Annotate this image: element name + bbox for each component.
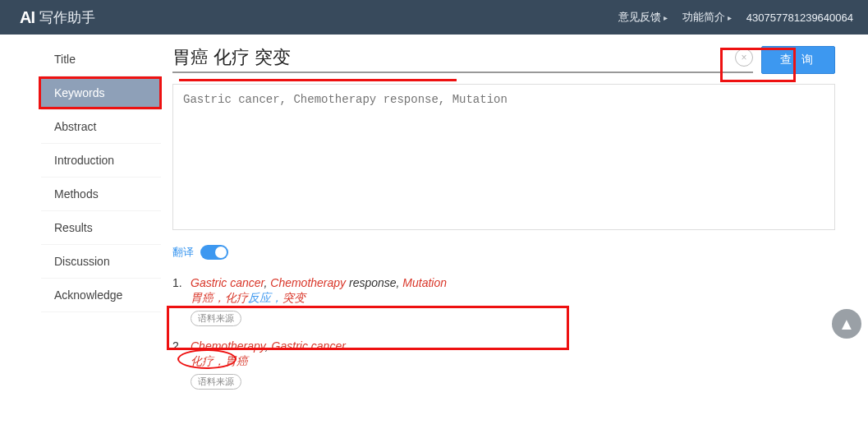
result-chinese: 胃癌，化疗反应，突变 (191, 291, 835, 306)
sidebar-item-introduction[interactable]: Introduction (41, 144, 161, 178)
result-english: Gastric cancer, Chemotherapy response, M… (191, 276, 835, 289)
result-number: 2. (172, 339, 191, 390)
caret-icon: ▸ (664, 13, 668, 22)
features-link[interactable]: 功能简介▸ (682, 10, 732, 25)
search-row: × 查 询 (172, 46, 835, 74)
result-number: 1. (172, 276, 191, 326)
translate-row: 翻译 (172, 245, 835, 260)
translate-toggle[interactable] (200, 245, 228, 260)
session-id[interactable]: 430757781239640064 (746, 12, 853, 24)
feedback-link[interactable]: 意见反馈▸ (618, 10, 668, 25)
main-panel: × 查 询 翻译 1.Gastric cancer, Chemotherapy … (161, 35, 868, 403)
caret-icon: ▸ (728, 13, 732, 22)
sidebar-item-discussion[interactable]: Discussion (41, 245, 161, 279)
logo-text: 写作助手 (39, 8, 95, 27)
source-button[interactable]: 语料来源 (191, 311, 241, 326)
result-english: Chemotherapy, Gastric cancer (191, 339, 835, 353)
sidebar-item-acknowledge[interactable]: Acknowledge (41, 279, 161, 312)
sidebar: TitleKeywordsAbstractIntroductionMethods… (41, 35, 161, 403)
annotation-arrow (0, 403, 868, 429)
results-list: 1.Gastric cancer, Chemotherapy response,… (172, 276, 835, 390)
result-item: 1.Gastric cancer, Chemotherapy response,… (172, 276, 835, 326)
translate-label: 翻译 (172, 245, 194, 260)
logo: AI 写作助手 (20, 8, 95, 27)
sidebar-item-abstract[interactable]: Abstract (41, 110, 161, 144)
arrow-up-icon: ▲ (838, 315, 855, 334)
result-item: 2.Chemotherapy, Gastric cancer化疗，胃癌语料来源 (172, 339, 835, 390)
sidebar-item-results[interactable]: Results (41, 211, 161, 245)
header-nav: 意见反馈▸ 功能简介▸ 430757781239640064 (618, 10, 853, 25)
output-textarea[interactable] (172, 84, 835, 230)
search-input[interactable] (172, 47, 735, 68)
result-chinese: 化疗，胃癌 (191, 354, 835, 369)
sidebar-item-title[interactable]: Title (41, 43, 161, 76)
query-button[interactable]: 查 询 (761, 46, 835, 74)
scroll-top-button[interactable]: ▲ (832, 309, 861, 339)
sidebar-item-keywords[interactable]: Keywords (41, 76, 161, 110)
logo-icon: AI (20, 8, 34, 27)
search-input-wrap: × (172, 47, 753, 73)
source-button[interactable]: 语料来源 (191, 374, 241, 390)
sidebar-item-methods[interactable]: Methods (41, 178, 161, 211)
clear-icon[interactable]: × (735, 48, 753, 67)
app-header: AI 写作助手 意见反馈▸ 功能简介▸ 430757781239640064 (0, 0, 868, 35)
